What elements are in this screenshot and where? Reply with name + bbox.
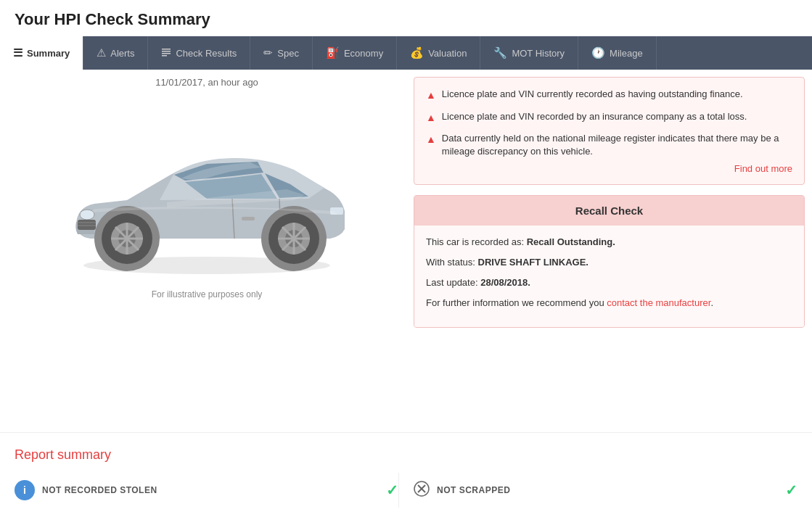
alert-text-3: Data currently held on the national mile… — [442, 132, 792, 158]
alerts-box: ▲ Licence plate and VIN currently record… — [414, 77, 805, 185]
recall-line-2-bold: DRIVE SHAFT LINKAGE. — [478, 257, 589, 268]
recall-line-1: This car is recorded as: Recall Outstand… — [426, 236, 792, 249]
mileage-tab-label: Mileage — [610, 48, 643, 59]
report-summary: Report summary i NOT RECORDED STOLEN ✓ N… — [0, 432, 812, 515]
alerts-tab-icon: ⚠ — [97, 46, 106, 59]
recall-line-3-bold: 28/08/2018. — [480, 277, 530, 288]
right-panel: ▲ Licence plate and VIN currently record… — [414, 70, 812, 432]
svg-rect-3 — [162, 55, 167, 57]
recall-box: Recall Check This car is recorded as: Re… — [414, 195, 805, 328]
svg-rect-2 — [162, 53, 171, 54]
alert-triangle-icon-3: ▲ — [426, 133, 436, 147]
tab-alerts[interactable]: ⚠ Alerts — [83, 36, 148, 70]
summary-label-scrapped: NOT SCRAPPED — [437, 485, 778, 495]
tab-valuation[interactable]: 💰 Valuation — [397, 36, 480, 70]
alert-text-2: Licence plate and VIN recorded by an ins… — [442, 110, 747, 123]
tab-spec[interactable]: ✏ Spec — [250, 36, 313, 70]
recall-line-3-prefix: Last update: — [426, 277, 480, 288]
nav-tabs: ☰ Summary ⚠ Alerts Check Results ✏ Spec … — [0, 36, 812, 70]
recall-body: This car is recorded as: Recall Outstand… — [414, 226, 804, 328]
summary-label-stolen: NOT RECORDED STOLEN — [42, 485, 379, 495]
alerts-tab-label: Alerts — [110, 48, 134, 59]
check-results-tab-label: Check Results — [176, 48, 237, 59]
alert-item-1: ▲ Licence plate and VIN currently record… — [426, 88, 792, 103]
left-panel: 11/01/2017, an hour ago — [0, 70, 414, 432]
spec-tab-label: Spec — [277, 48, 299, 59]
alert-item-3: ▲ Data currently held on the national mi… — [426, 132, 792, 158]
scrapped-icon — [414, 481, 430, 500]
mot-history-tab-label: MOT History — [512, 48, 565, 59]
alert-text-1: Licence plate and VIN currently recorded… — [442, 88, 743, 101]
svg-rect-1 — [162, 51, 171, 52]
svg-rect-7 — [242, 217, 255, 220]
report-summary-title: Report summary — [15, 447, 797, 463]
tab-economy[interactable]: ⛽ Economy — [313, 36, 397, 70]
valuation-tab-label: Valuation — [428, 48, 467, 59]
car-illustration — [54, 95, 359, 284]
check-results-tab-icon — [161, 47, 171, 59]
alert-item-2: ▲ Licence plate and VIN recorded by an i… — [426, 110, 792, 125]
page-title: Your HPI Check Summary — [0, 0, 812, 36]
economy-tab-label: Economy — [344, 48, 383, 59]
tab-summary[interactable]: ☰ Summary — [0, 36, 83, 70]
summary-item-stolen: i NOT RECORDED STOLEN ✓ — [15, 473, 398, 508]
svg-rect-26 — [78, 220, 96, 230]
summary-tab-label: Summary — [27, 48, 70, 59]
economy-tab-icon: ⛽ — [326, 46, 340, 59]
summary-tab-icon: ☰ — [13, 46, 22, 59]
mot-history-tab-icon: 🔧 — [493, 46, 507, 59]
find-out-more-link[interactable]: Find out more — [426, 163, 792, 174]
recall-line-3: Last update: 28/08/2018. — [426, 276, 792, 289]
info-badge[interactable]: i — [15, 480, 35, 500]
tab-mileage[interactable]: 🕐 Mileage — [578, 36, 657, 70]
tab-check-results[interactable]: Check Results — [148, 36, 250, 70]
summary-item-scrapped: NOT SCRAPPED ✓ — [398, 473, 797, 508]
check-icon-scrapped: ✓ — [785, 481, 797, 499]
recall-line-2-prefix: With status: — [426, 257, 478, 268]
car-image-container — [15, 95, 399, 284]
recall-line-2: With status: DRIVE SHAFT LINKAGE. — [426, 256, 792, 269]
valuation-tab-icon: 💰 — [410, 46, 424, 59]
recall-line-1-bold: Recall Outstanding. — [527, 236, 615, 247]
illustrative-text: For illustrative purposes only — [15, 289, 399, 299]
alert-triangle-icon-2: ▲ — [426, 111, 436, 125]
check-icon-stolen: ✓ — [386, 481, 398, 499]
recall-header: Recall Check — [414, 196, 804, 226]
recall-line-1-prefix: This car is recorded as: — [426, 236, 527, 247]
recall-line-4-suffix: . — [710, 297, 713, 308]
recall-line-4: For further information we recommend you… — [426, 297, 792, 310]
summary-items: i NOT RECORDED STOLEN ✓ NOT SCRAPPED ✓ — [15, 473, 797, 508]
mileage-tab-icon: 🕐 — [591, 46, 605, 59]
contact-manufacturer-link[interactable]: contact the manufacturer — [607, 297, 710, 308]
svg-rect-0 — [162, 49, 171, 50]
tab-mot-history[interactable]: 🔧 MOT History — [480, 36, 578, 70]
spec-tab-icon: ✏ — [263, 46, 273, 59]
timestamp: 11/01/2017, an hour ago — [15, 77, 399, 88]
alert-triangle-icon-1: ▲ — [426, 88, 436, 103]
recall-line-4-prefix: For further information we recommend you — [426, 297, 607, 308]
